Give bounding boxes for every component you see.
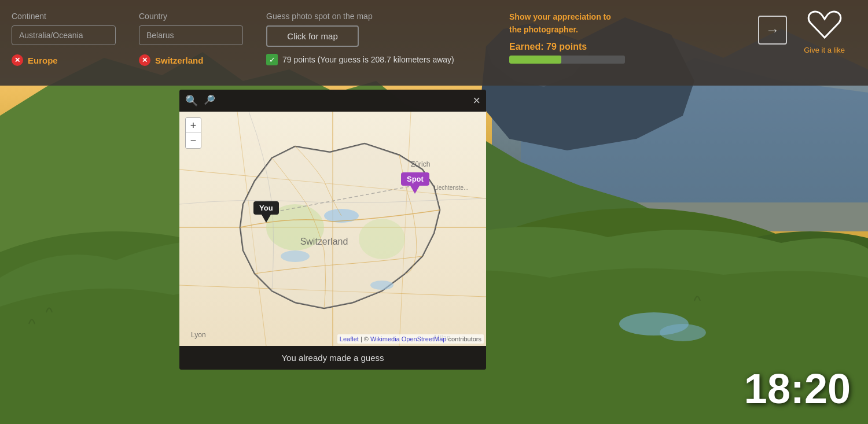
country-dropdown[interactable]: Belarus [139,25,243,45]
spot-marker: Spot [401,172,429,194]
map-attribution: Leaflet | © Wikimedia OpenStreetMap cont… [337,334,484,344]
svg-text:Lyon: Lyon [191,331,206,339]
search-toolbar-icon[interactable]: 🔎 [204,94,215,107]
already-guessed-text: You already made a guess [281,353,384,363]
zoom-in-toolbar-icon[interactable]: 🔍 [185,94,198,107]
map-zoom-controls: + − [185,117,201,149]
appreciation-text-line1: Show your appreciation to [509,12,637,22]
continent-label: Continent [12,12,127,21]
country-result-text: Switzerland [155,56,203,65]
points-result-text: 79 points (Your guess is 208.7 kilometer… [282,55,454,64]
spot-marker-label: Spot [401,172,429,186]
svg-text:Zürich: Zürich [411,160,430,168]
country-section: Country Belarus ✕ Switzerland [139,7,266,79]
map-toolbar-left: 🔍 🔎 [185,94,215,107]
country-wrong-icon: ✕ [139,54,150,66]
svg-point-23 [281,250,310,262]
map-svg: Switzerland Zürich Liechtenste... Lyon M… [179,112,486,346]
heart-icon[interactable] [807,10,842,41]
map-bottom-bar: You already made a guess [179,346,486,370]
continent-result-item: ✕ Europe [12,54,127,66]
give-like-text: Give it a like [804,46,845,54]
you-marker-label: You [253,201,279,215]
map-guess-label: Guess photo spot on the map [266,12,492,21]
spot-marker-pin [410,186,420,194]
earned-text: Earned: 79 points [509,42,637,52]
you-marker: You [253,201,279,223]
map-close-button[interactable]: × [473,93,480,108]
svg-text:Liechtenste...: Liechtenste... [434,185,468,191]
appreciation-section: Show your appreciation to the photograph… [509,7,856,79]
map-toolbar: 🔍 🔎 × [179,90,486,112]
progress-bar-fill [509,56,561,64]
points-result: ✓ 79 points (Your guess is 208.7 kilomet… [266,54,492,65]
map-container[interactable]: Switzerland Zürich Liechtenste... Lyon M… [179,112,486,346]
wikimedia-link[interactable]: Wikimedia [370,335,400,342]
click-for-map-button[interactable]: Click for map [266,25,359,47]
zoom-out-button[interactable]: − [186,133,201,148]
timer: 18:20 [744,365,851,412]
heart-section: Give it a like [804,10,845,54]
svg-point-24 [370,281,393,290]
svg-point-21 [359,219,405,259]
leaflet-link[interactable]: Leaflet [340,335,359,342]
country-label: Country [139,12,255,21]
continent-dropdown[interactable]: Australia/Oceania [12,25,116,45]
continent-result-text: Europe [28,56,58,65]
svg-point-12 [660,324,706,341]
map-guess-section: Guess photo spot on the map Click for ma… [266,7,509,79]
points-check-icon: ✓ [266,54,278,65]
appreciation-text-line2: the photographer. [509,24,637,35]
osm-link[interactable]: OpenStreetMap [402,335,447,342]
progress-bar-container [509,56,625,64]
svg-text:Switzerland: Switzerland [300,237,348,246]
zoom-in-button[interactable]: + [186,118,201,133]
continent-section: Continent Australia/Oceania ✕ Europe [12,7,139,79]
map-popup: 🔍 🔎 × [179,90,486,370]
you-marker-pin [262,215,271,223]
top-bar: Continent Australia/Oceania ✕ Europe Cou… [0,0,868,86]
attribution-suffix: contributors [448,335,481,342]
country-result-item: ✕ Switzerland [139,54,255,66]
continent-wrong-icon: ✕ [12,54,23,66]
next-arrow-button[interactable]: → [758,16,787,45]
